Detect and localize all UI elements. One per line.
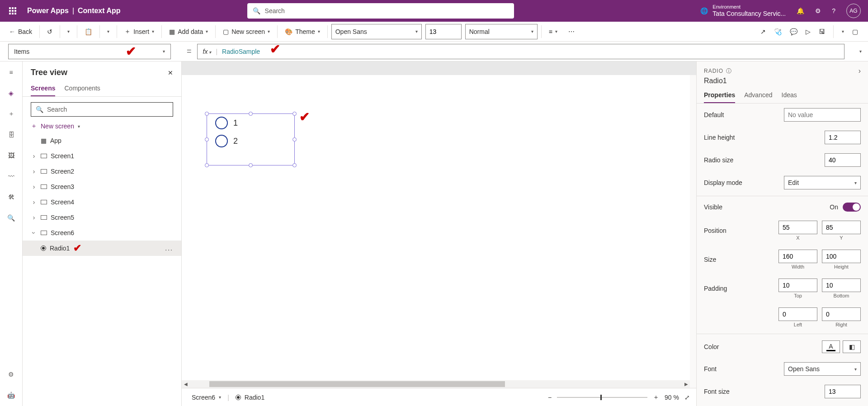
add-data-button[interactable]: ▦Add data▾ [165, 25, 212, 38]
canvas-horizontal-scrollbar[interactable]: ◀ ▶ [182, 380, 690, 388]
overflow-button[interactable]: ⋯ [565, 25, 578, 38]
prop-lineheight-input[interactable] [825, 131, 861, 144]
resize-handle[interactable] [249, 112, 253, 116]
waffle-icon[interactable] [4, 2, 22, 20]
zoom-out-button[interactable]: − [548, 394, 552, 401]
resize-handle[interactable] [205, 112, 209, 116]
close-icon[interactable]: ✕ [168, 69, 173, 76]
tree-item-screen5[interactable]: ›Screen5 [23, 210, 181, 225]
checker-icon[interactable]: 🩺 [774, 28, 782, 35]
tab-advanced[interactable]: Advanced [744, 91, 772, 103]
tree-search-input[interactable]: 🔍 Search [31, 102, 173, 117]
scrollbar-thumb[interactable] [209, 381, 505, 387]
insert-button[interactable]: ＋Insert▾ [121, 25, 158, 38]
radio-option-2[interactable]: 2 [207, 132, 294, 150]
tab-screens[interactable]: Screens [31, 81, 55, 96]
chevron-right-icon[interactable]: › [859, 67, 861, 75]
settings-icon[interactable]: ⚙ [815, 7, 821, 14]
scroll-left-icon[interactable]: ◀ [182, 382, 189, 387]
insert-rail-icon[interactable]: ＋ [6, 109, 17, 119]
resize-handle[interactable] [205, 137, 209, 142]
tab-ideas[interactable]: Ideas [782, 91, 797, 103]
fit-to-window-icon[interactable]: ⤢ [684, 394, 690, 401]
prop-pad-left-input[interactable] [778, 307, 817, 321]
resize-handle[interactable] [249, 163, 253, 167]
share-icon[interactable]: ↗ [760, 28, 766, 35]
environment-picker[interactable]: 🌐 Environment Tata Consultancy Servic... [700, 4, 786, 18]
tree-new-screen-button[interactable]: ＋ New screen ▾ [23, 119, 181, 133]
search-rail-icon[interactable]: 🔍 [6, 212, 17, 223]
tab-components[interactable]: Components [64, 81, 100, 96]
prop-pad-top-input[interactable] [778, 279, 817, 292]
data-rail-icon[interactable]: 🗄 [6, 129, 17, 140]
font-weight-select[interactable]: Normal▾ [465, 24, 538, 39]
publish-icon[interactable]: ▢ [852, 28, 858, 35]
prop-visible-toggle[interactable] [843, 203, 861, 212]
prop-position-label: Position [704, 227, 774, 234]
tree-item-screen2[interactable]: ›Screen2 [23, 164, 181, 179]
prop-fill-color-button[interactable]: ◧ [843, 340, 861, 353]
new-screen-button[interactable]: ▢New screen▾ [219, 25, 274, 38]
resize-handle[interactable] [292, 112, 297, 116]
hamburger-icon[interactable]: ≡ [6, 67, 17, 78]
tree-item-screen6[interactable]: ›Screen6 [23, 225, 181, 241]
font-family-select[interactable]: Open Sans▾ [331, 24, 422, 39]
prop-radiosize-input[interactable] [825, 153, 861, 167]
tools-rail-icon[interactable]: 🛠 [6, 192, 17, 203]
preview-icon[interactable]: ▷ [806, 28, 811, 35]
prop-pad-right-input[interactable] [822, 307, 861, 321]
theme-button[interactable]: 🎨Theme▾ [281, 25, 324, 38]
prop-font-color-button[interactable]: A [822, 340, 840, 353]
canvas-body[interactable]: 1 2 ✔ [182, 75, 690, 380]
zoom-in-button[interactable]: ＋ [653, 393, 659, 401]
prop-default-input[interactable] [784, 108, 861, 122]
save-chevron-icon[interactable]: ▾ [842, 29, 844, 34]
tree-item-screen4[interactable]: ›Screen4 [23, 194, 181, 210]
prop-pos-y-input[interactable] [822, 221, 861, 234]
prop-font-select[interactable]: Open Sans▾ [784, 362, 861, 376]
undo-button[interactable]: ↺ [43, 25, 56, 38]
paste-menu[interactable]: ▾ [104, 26, 113, 37]
tree-item-screen1[interactable]: ›Screen1 [23, 148, 181, 164]
comments-icon[interactable]: 💬 [790, 28, 797, 35]
breadcrumb-control[interactable]: Radio1 [236, 394, 264, 401]
prop-width-input[interactable] [778, 250, 817, 263]
tree-item-more-icon[interactable]: ... [165, 245, 178, 252]
prop-displaymode-select[interactable]: Edit▾ [784, 176, 861, 189]
tree-item-radio1[interactable]: Radio1 ✔ ... [23, 241, 181, 256]
prop-height-input[interactable] [822, 250, 861, 263]
property-dropdown[interactable]: Items ▾ [8, 44, 171, 59]
tab-properties[interactable]: Properties [704, 91, 735, 103]
treeview-icon[interactable]: ◈ [6, 88, 17, 99]
scroll-right-icon[interactable]: ▶ [682, 382, 690, 387]
flows-rail-icon[interactable]: 〰 [6, 171, 17, 182]
settings-rail-icon[interactable]: ⚙ [6, 369, 17, 380]
formula-expand-button[interactable]: ▾ [853, 44, 868, 59]
virtualagent-rail-icon[interactable]: 🤖 [6, 390, 17, 401]
help-icon[interactable]: ? [832, 7, 835, 14]
back-button[interactable]: ←Back [5, 25, 36, 38]
selected-control-radio1[interactable]: 1 2 [207, 113, 295, 165]
breadcrumb-screen[interactable]: Screen6▾ [188, 394, 221, 401]
notifications-icon[interactable]: 🔔 [797, 7, 804, 14]
radio-option-1[interactable]: 1 [207, 114, 294, 132]
resize-handle[interactable] [292, 163, 297, 167]
undo-menu[interactable]: ▾ [64, 26, 73, 37]
global-search[interactable]: 🔍 Search [247, 3, 514, 19]
info-icon[interactable]: ⓘ [726, 67, 732, 75]
zoom-slider[interactable] [557, 397, 647, 398]
resize-handle[interactable] [205, 163, 209, 167]
paste-button[interactable]: 📋 [81, 25, 96, 38]
formula-input[interactable]: fx▾ | RadioSample ✔ [197, 44, 844, 59]
font-size-input[interactable] [425, 24, 462, 39]
list-icon-button[interactable]: ≡▾ [545, 25, 561, 38]
prop-fontsize-input[interactable] [825, 385, 861, 398]
media-rail-icon[interactable]: 🖼 [6, 150, 17, 161]
prop-pos-x-input[interactable] [778, 221, 817, 234]
user-avatar[interactable]: AG [846, 4, 861, 18]
resize-handle[interactable] [292, 137, 297, 142]
save-icon[interactable]: 🖫 [819, 28, 825, 35]
tree-item-screen3[interactable]: ›Screen3 [23, 179, 181, 194]
tree-item-app[interactable]: ▦ App [23, 133, 181, 148]
prop-pad-bottom-input[interactable] [822, 279, 861, 292]
